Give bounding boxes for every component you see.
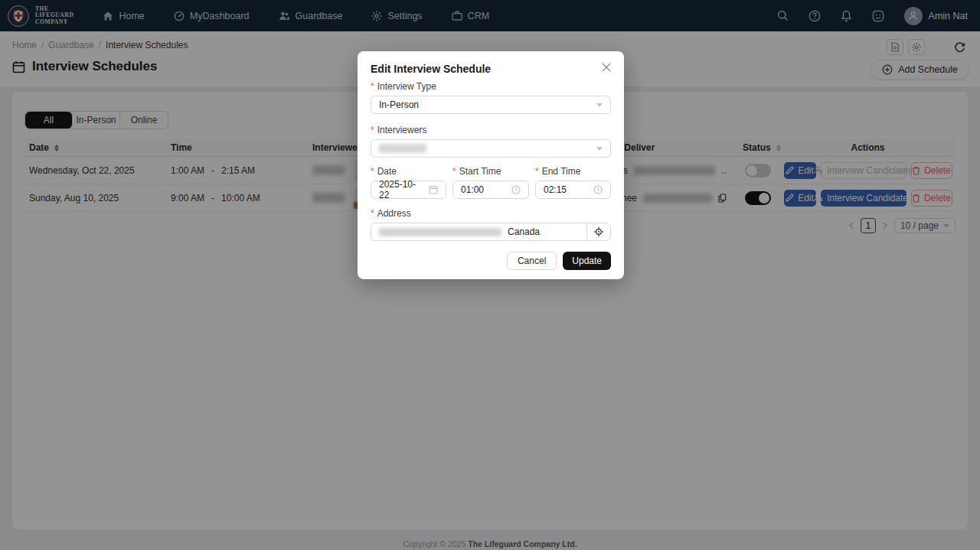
date-label: * Date [371, 166, 446, 177]
update-button[interactable]: Update [563, 252, 611, 270]
redacted-interviewers-value [379, 144, 426, 153]
interview-type-label: * Interview Type [371, 81, 611, 92]
chevron-down-icon [596, 103, 603, 107]
date-input[interactable]: 2025-10-22 [371, 181, 446, 199]
close-icon[interactable] [599, 60, 614, 75]
address-field: Canada [371, 223, 611, 241]
interview-type-select[interactable]: In-Person [371, 96, 611, 114]
calendar-icon [429, 185, 438, 194]
redacted-address [379, 228, 501, 236]
chevron-down-icon [596, 147, 603, 151]
edit-interview-schedule-modal: Edit Interview Schedule * Interview Type… [358, 51, 624, 279]
modal-title: Edit Interview Schedule [371, 63, 611, 75]
start-time-label: * Start Time [452, 166, 529, 177]
clock-icon [511, 185, 521, 194]
address-input[interactable]: Canada [371, 223, 586, 240]
interviewers-select[interactable] [371, 139, 611, 158]
locate-button[interactable] [586, 223, 610, 240]
clock-icon [593, 185, 603, 194]
end-time-label: * End Time [535, 166, 611, 177]
start-time-input[interactable]: 01:00 [452, 181, 529, 199]
address-label: * Address [371, 208, 611, 219]
end-time-input[interactable]: 02:15 [535, 181, 611, 199]
aim-icon [593, 226, 604, 237]
cancel-button[interactable]: Cancel [507, 252, 557, 270]
interviewers-label: * Interviewers [371, 125, 611, 135]
